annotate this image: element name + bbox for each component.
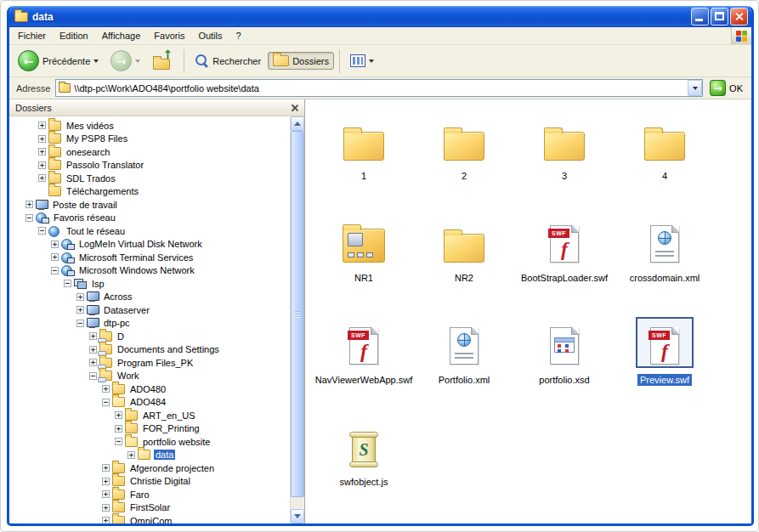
tree-item[interactable]: −Microsoft Windows Network xyxy=(13,264,290,278)
address-input[interactable]: \\dtp-pc\Work\ADO484\portfolio website\d… xyxy=(55,79,703,97)
tree-expander[interactable]: + xyxy=(115,411,122,419)
views-button[interactable] xyxy=(345,51,379,71)
tree-item[interactable]: −dtp-pc xyxy=(13,317,290,331)
tree-item[interactable]: −Work xyxy=(13,370,290,383)
tree-expander[interactable]: − xyxy=(51,267,59,274)
tree-item[interactable]: +Dataserver xyxy=(13,303,290,317)
tree-item[interactable]: −Favoris réseau xyxy=(13,212,290,225)
back-button[interactable]: Précédente xyxy=(13,47,104,75)
views-dropdown-icon[interactable] xyxy=(369,59,374,63)
scroll-down-button[interactable] xyxy=(291,509,304,524)
scrollbar-thumb[interactable] xyxy=(291,131,304,497)
tree-expander[interactable]: − xyxy=(25,214,33,222)
tree-item[interactable]: −Tout le réseau xyxy=(13,224,290,238)
file-item[interactable]: 2 xyxy=(414,111,514,213)
tree-item[interactable]: +data xyxy=(13,449,290,462)
tree-expander[interactable]: + xyxy=(102,478,110,485)
search-button[interactable]: Rechercher xyxy=(190,50,266,71)
file-item[interactable]: Portfolio.xml xyxy=(414,315,514,417)
tree-expander[interactable]: + xyxy=(38,161,46,169)
back-dropdown-icon[interactable] xyxy=(93,59,99,63)
file-item[interactable]: SWFfNavViewerWebApp.swf xyxy=(314,315,414,417)
minimize-button[interactable] xyxy=(691,8,709,25)
tree-expander[interactable]: + xyxy=(102,504,110,512)
tree-item-label: portfolio website xyxy=(141,437,212,447)
tree-item[interactable]: +FOR_Printing xyxy=(13,422,290,436)
tree-item[interactable]: +OmniCom xyxy=(13,514,290,524)
menu-item[interactable]: Affichage xyxy=(95,28,148,43)
tree-expander[interactable]: + xyxy=(38,122,46,129)
menu-item[interactable]: ? xyxy=(229,28,248,43)
tree-expander[interactable]: + xyxy=(102,490,110,498)
file-item[interactable]: 4 xyxy=(615,111,715,213)
menu-item[interactable]: Favoris xyxy=(147,28,191,43)
up-button[interactable] xyxy=(147,48,178,74)
tree-expander[interactable]: + xyxy=(76,293,84,301)
tree-item[interactable]: +Afgeronde projecten xyxy=(13,461,290,475)
tree-item[interactable]: +Program Files_PK xyxy=(13,356,290,370)
tree-item[interactable]: +Poste de travail xyxy=(13,198,290,212)
go-button[interactable]: OK xyxy=(708,80,745,96)
tree-item[interactable]: +Across xyxy=(13,291,290,304)
tree-item[interactable]: +Passolo Translator xyxy=(13,159,290,173)
tree-item[interactable]: +ADO480 xyxy=(13,382,290,396)
tree-item[interactable]: Téléchargements xyxy=(13,185,290,199)
tree-expander[interactable]: − xyxy=(102,399,110,406)
tree-item[interactable]: +SDL Trados xyxy=(13,172,290,185)
tree-item[interactable]: +Documents and Settings xyxy=(13,343,290,357)
maximize-button[interactable] xyxy=(711,8,728,25)
menu-item[interactable]: Fichier xyxy=(11,28,53,43)
tree-expander[interactable]: + xyxy=(115,425,122,433)
file-item[interactable]: NR1 xyxy=(314,213,414,315)
forward-button[interactable] xyxy=(105,47,145,75)
tree-expander[interactable]: + xyxy=(38,135,46,143)
file-item[interactable]: SWFfPreview.swf xyxy=(615,315,715,417)
menu-item[interactable]: Outils xyxy=(191,28,229,43)
folders-button[interactable]: Dossiers xyxy=(268,52,334,70)
tree-expander[interactable]: + xyxy=(38,174,46,182)
tree-expander[interactable]: − xyxy=(89,372,97,380)
tree-item[interactable]: +Faro xyxy=(13,488,290,501)
tree-item[interactable]: +Mes vidéos xyxy=(13,119,290,133)
tree-expander[interactable]: + xyxy=(102,517,110,524)
tree-item[interactable]: −portfolio website xyxy=(13,435,290,449)
tree-expander[interactable]: + xyxy=(89,346,97,354)
tree-item[interactable]: +D xyxy=(13,330,290,343)
tree-expander[interactable]: − xyxy=(76,320,84,327)
tree-expander[interactable]: − xyxy=(38,227,46,235)
tree-item[interactable]: +My PSP8 Files xyxy=(13,133,290,146)
tree-expander[interactable]: − xyxy=(115,438,122,445)
tree-expander[interactable]: + xyxy=(76,306,84,314)
tree-expander[interactable]: + xyxy=(89,359,97,366)
tree-item[interactable]: +FirstSolar xyxy=(13,501,290,515)
tree-expander[interactable]: + xyxy=(51,241,59,248)
file-item[interactable]: portfolio.xsd xyxy=(514,315,615,417)
tree-expander[interactable]: + xyxy=(89,332,97,340)
tree-item[interactable]: −ADO484 xyxy=(13,396,290,410)
tree-expander[interactable]: + xyxy=(51,253,59,261)
tree-expander[interactable]: + xyxy=(102,385,110,393)
tree-item[interactable]: −Isp xyxy=(13,277,290,291)
file-item[interactable]: Sswfobject.js xyxy=(314,417,414,519)
file-item[interactable]: crossdomain.xml xyxy=(615,213,715,315)
tree-item[interactable]: +onesearch xyxy=(13,145,290,159)
tree-expander[interactable]: + xyxy=(38,148,46,156)
file-item[interactable]: 3 xyxy=(514,111,615,213)
tree-expander[interactable]: − xyxy=(64,280,71,287)
file-item[interactable]: SWFfBootStrapLoader.swf xyxy=(514,213,615,315)
tree-item[interactable]: +Microsoft Terminal Services xyxy=(13,251,290,264)
close-button[interactable] xyxy=(730,8,748,25)
file-item[interactable]: NR2 xyxy=(414,213,514,315)
tree-scrollbar[interactable] xyxy=(290,116,304,524)
file-item[interactable]: 1 xyxy=(314,111,414,213)
folders-pane-close-button[interactable] xyxy=(288,101,301,114)
tree-item[interactable]: +Christie Digital xyxy=(13,475,290,489)
tree-expander[interactable]: + xyxy=(25,201,33,208)
address-dropdown-button[interactable] xyxy=(688,80,702,96)
tree-item[interactable]: +LogMeIn Virtual Disk Network xyxy=(13,238,290,252)
tree-expander[interactable]: + xyxy=(102,464,110,472)
tree-expander[interactable]: + xyxy=(127,451,135,459)
tree-item[interactable]: +ART_en_US xyxy=(13,409,290,422)
scroll-up-button[interactable] xyxy=(291,116,304,131)
menu-item[interactable]: Edition xyxy=(53,28,95,43)
